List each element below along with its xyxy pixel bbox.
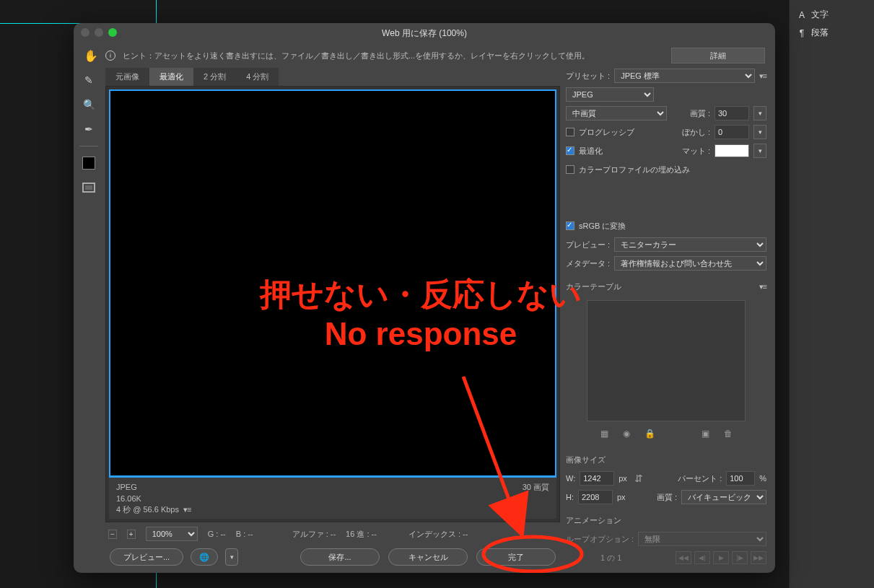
tab-original[interactable]: 元画像	[105, 68, 149, 86]
readout-index: インデックス : --	[408, 529, 468, 540]
blur-input[interactable]	[715, 125, 749, 139]
hint-bar: ✋ i ヒント：アセットをより速く書き出すには、ファイル／書き出し／書き出し形式…	[74, 43, 775, 68]
matte-dropdown-icon[interactable]: ▾	[753, 144, 766, 158]
panel-row-paragraph[interactable]: ¶ 段落	[792, 24, 871, 42]
preview-underbar: − + 100% R : -- G : -- B : -- アルファ : -- …	[105, 522, 560, 545]
dialog-title: Web 用に保存 (100%)	[382, 27, 467, 40]
tab-4up[interactable]: 4 分割	[236, 68, 279, 86]
tab-optimized[interactable]: 最適化	[149, 68, 193, 86]
ct-new-icon[interactable]: ▣	[702, 429, 709, 439]
done-button[interactable]: 完了	[476, 548, 556, 566]
tab-2up[interactable]: 2 分割	[193, 68, 236, 86]
hand-tool-icon[interactable]: ✋	[84, 49, 98, 63]
metadata-label: メタデータ :	[566, 258, 610, 269]
height-input[interactable]	[578, 490, 613, 504]
readout-g: G : --	[208, 530, 226, 538]
anim-play-icon: ▶	[713, 551, 729, 564]
progressive-label: プログレッシブ	[579, 127, 634, 138]
preview-format: JPEG	[116, 483, 137, 491]
ct-trash-icon[interactable]: 🗑	[724, 429, 733, 439]
loop-select: 無限	[638, 532, 766, 546]
percent-label: パーセント :	[678, 473, 722, 484]
slice-select-tool-icon[interactable]: ✎	[79, 71, 98, 89]
anim-first-icon: ◀◀	[676, 551, 691, 564]
eyedropper-tool-icon[interactable]: ✒	[79, 120, 98, 139]
height-label: H:	[566, 493, 574, 501]
save-button[interactable]: 保存...	[300, 548, 380, 566]
width-px: px	[619, 474, 627, 483]
cancel-button[interactable]: キャンセル	[388, 548, 468, 566]
anim-prev-icon: ◀|	[694, 551, 710, 564]
zoom-select[interactable]: 100%	[146, 527, 198, 541]
character-label: 文字	[811, 9, 829, 21]
preview-menu-icon[interactable]: ▾≡	[183, 505, 191, 514]
paragraph-label: 段落	[811, 27, 829, 39]
srgb-checkbox[interactable]	[566, 221, 574, 230]
percent-input[interactable]	[726, 471, 755, 486]
color-table-toolbar: ▦ ◉ 🔒 ▣ 🗑	[566, 426, 766, 444]
resample-select[interactable]: バイキュービック法	[681, 490, 766, 504]
toggle-slices-icon[interactable]	[79, 178, 98, 197]
quality-stepper-icon[interactable]: ▾	[753, 106, 766, 120]
dialog-footer: プレビュー... 🌐 ▾ 保存... キャンセル 完了	[105, 545, 560, 566]
preview-timing: 4 秒 @ 56.6 Kbps	[116, 504, 179, 515]
preview-proof-select[interactable]: モニターカラー	[614, 237, 766, 252]
annotation-line2: No response	[260, 314, 582, 354]
window-traffic-lights	[81, 28, 117, 37]
metadata-select[interactable]: 著作権情報および問い合わせ先	[614, 256, 766, 271]
frame-counter: 1 の 1	[600, 553, 621, 563]
preview-tabs: 元画像 最適化 2 分割 4 分割	[105, 68, 560, 86]
preset-select[interactable]: JPEG 標準	[614, 69, 754, 83]
window-zoom-button[interactable]	[108, 28, 117, 37]
width-input[interactable]	[580, 471, 614, 486]
width-label: W:	[566, 474, 575, 483]
color-table	[587, 300, 746, 421]
ct-icon-2[interactable]: ◉	[623, 429, 630, 439]
preview-filesize: 16.06K	[116, 494, 141, 503]
color-table-menu-icon[interactable]: ▾≡	[759, 282, 766, 291]
height-px: px	[617, 493, 626, 501]
eyedropper-color-swatch[interactable]	[79, 154, 98, 172]
embed-profile-checkbox[interactable]	[566, 165, 574, 174]
preview-proof-label: プレビュー :	[566, 240, 610, 250]
quality-label: 画質 :	[690, 108, 710, 119]
dialog-titlebar: Web 用に保存 (100%)	[74, 23, 775, 43]
zoom-tool-icon[interactable]: 🔍	[79, 95, 98, 114]
window-close-button[interactable]	[81, 28, 89, 37]
link-dimensions-icon[interactable]: ⇵	[632, 473, 646, 484]
browser-select-button[interactable]: 🌐	[191, 548, 218, 566]
ct-lock-icon[interactable]: 🔒	[644, 429, 655, 439]
zoom-out-icon[interactable]: −	[108, 530, 117, 539]
optimize-checkbox[interactable]	[566, 146, 574, 155]
preview-quality-badge: 30 画質	[523, 482, 549, 493]
blur-label: ぼかし :	[682, 127, 710, 138]
preview-in-browser-button[interactable]: プレビュー...	[110, 548, 183, 566]
readout-hex: 16 進 : --	[346, 529, 377, 540]
format-select[interactable]: JPEG	[566, 87, 654, 102]
preview-footer: JPEG 30 画質 16.06K 4 秒 @ 56.6 Kbps ▾≡	[109, 477, 556, 519]
blur-stepper-icon[interactable]: ▾	[753, 125, 766, 139]
character-icon: A	[797, 10, 807, 20]
anim-last-icon: ▶▶	[751, 551, 766, 564]
annotation-text: 押せない・反応しない No response	[260, 274, 582, 354]
info-icon: i	[105, 51, 115, 61]
zoom-in-icon[interactable]: +	[127, 530, 136, 539]
settings-column: プリセット : JPEG 標準 ▾≡ JPEG 中画質 画質 : ▾ プログレッ…	[566, 68, 766, 566]
tool-separator	[79, 146, 98, 146]
progressive-checkbox[interactable]	[566, 128, 574, 136]
quality-input[interactable]	[715, 106, 749, 120]
panel-row-character[interactable]: A 文字	[792, 6, 871, 24]
anim-next-icon: |▶	[732, 551, 748, 564]
browser-dropdown-icon[interactable]: ▾	[225, 548, 238, 566]
quality-level-select[interactable]: 中画質	[566, 106, 667, 120]
optimize-label: 最適化	[579, 146, 603, 157]
matte-color-swatch[interactable]	[715, 144, 749, 157]
host-right-panels: A 文字 ¶ 段落	[789, 0, 874, 588]
window-minimize-button[interactable]	[95, 28, 103, 37]
preset-menu-icon[interactable]: ▾≡	[759, 71, 766, 81]
detail-button[interactable]: 詳細	[671, 48, 765, 63]
matte-label: マット :	[682, 146, 710, 157]
preset-label: プリセット :	[566, 71, 610, 82]
ct-icon-1[interactable]: ▦	[600, 429, 608, 439]
srgb-label: sRGB に変換	[579, 221, 626, 232]
